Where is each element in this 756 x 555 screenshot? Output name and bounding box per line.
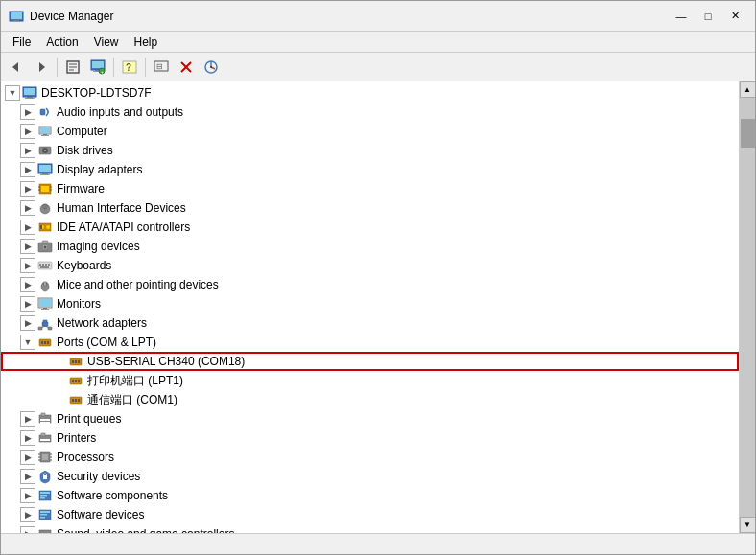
- tree-item-lpt1[interactable]: 打印机端口 (LPT1): [1, 371, 739, 390]
- svg-rect-58: [39, 264, 41, 266]
- menu-action[interactable]: Action: [38, 34, 85, 51]
- softwaredevices-label: Software devices: [57, 508, 144, 521]
- tree-item-firmware[interactable]: ▶ Firmware: [1, 179, 739, 198]
- scroll-up-button[interactable]: ▲: [740, 81, 756, 98]
- svg-rect-39: [40, 174, 50, 175]
- tree-view[interactable]: ▼ DESKTOP-LDTSD7F ▶: [1, 81, 739, 533]
- ide-expand[interactable]: ▶: [20, 220, 35, 235]
- tree-item-audio[interactable]: ▶ Audio inputs and outputs: [1, 103, 739, 122]
- tree-item-usb-serial[interactable]: USB-SERIAL CH340 (COM18): [1, 352, 739, 371]
- svg-rect-79: [47, 341, 49, 344]
- com1-placeholder: [51, 392, 66, 407]
- tree-item-processors[interactable]: ▶ Processors: [1, 448, 739, 467]
- svg-rect-52: [40, 225, 42, 229]
- security-expand[interactable]: ▶: [20, 469, 35, 484]
- network-expand[interactable]: ▶: [20, 315, 35, 331]
- firmware-expand[interactable]: ▶: [20, 181, 35, 197]
- tree-item-security[interactable]: ▶ Security devices: [1, 467, 739, 486]
- hid-expand[interactable]: ▶: [20, 200, 35, 216]
- tree-item-sound[interactable]: ▶ Sound, video and game controllers: [1, 524, 739, 533]
- tree-item-printers[interactable]: ▶ Printers: [1, 428, 739, 448]
- tree-item-com1[interactable]: 通信端口 (COM1): [1, 390, 739, 409]
- toolbar-separator-3: [145, 58, 146, 77]
- tree-item-computer[interactable]: ▶ Computer: [1, 122, 739, 141]
- svg-point-55: [44, 246, 47, 249]
- monitors-expand[interactable]: ▶: [20, 296, 35, 312]
- svg-rect-25: [24, 88, 35, 95]
- toolbar-scan-button[interactable]: +: [86, 56, 109, 79]
- scroll-thumb[interactable]: [741, 119, 755, 148]
- window-title: Device Manager: [30, 10, 113, 23]
- toolbar-back-button[interactable]: [5, 56, 28, 79]
- toolbar-forward-button[interactable]: [30, 56, 53, 79]
- softwaredevices-expand[interactable]: ▶: [20, 507, 35, 522]
- menu-view[interactable]: View: [86, 34, 127, 51]
- svg-text:+: +: [101, 69, 105, 75]
- tree-item-softwaredevices[interactable]: ▶ Software devices: [1, 505, 739, 524]
- svg-rect-2: [13, 20, 19, 21]
- firmware-icon: [37, 181, 53, 197]
- scroll-down-button[interactable]: ▼: [740, 517, 756, 533]
- monitors-icon: [37, 296, 53, 312]
- printqueues-expand[interactable]: ▶: [20, 411, 35, 427]
- menu-file[interactable]: File: [5, 34, 38, 51]
- printers-expand[interactable]: ▶: [20, 430, 35, 446]
- disk-icon: [37, 143, 53, 158]
- svg-rect-83: [78, 360, 80, 363]
- svg-rect-28: [40, 109, 45, 115]
- tree-item-keyboards[interactable]: ▶ Keyboards: [1, 256, 739, 275]
- close-button[interactable]: ✕: [722, 7, 747, 26]
- tree-root[interactable]: ▼ DESKTOP-LDTSD7F: [1, 83, 739, 103]
- tree-item-network[interactable]: ▶ Network adapters: [1, 313, 739, 333]
- svg-rect-32: [41, 135, 49, 136]
- maximize-button[interactable]: □: [696, 7, 721, 26]
- tree-item-disk[interactable]: ▶ Disk drives: [1, 141, 739, 160]
- svg-rect-90: [75, 399, 77, 402]
- tree-item-hid[interactable]: ▶ Human Interface Devices: [1, 198, 739, 218]
- tree-item-ports[interactable]: ▼ Ports (COM & LPT): [1, 333, 739, 352]
- tree-item-display[interactable]: ▶ Display adapters: [1, 160, 739, 179]
- imaging-expand[interactable]: ▶: [20, 239, 35, 254]
- svg-point-23: [210, 66, 212, 68]
- toolbar-properties-button[interactable]: [61, 56, 84, 79]
- scroll-track[interactable]: [740, 98, 755, 517]
- root-expand[interactable]: ▼: [5, 85, 20, 101]
- keyboards-expand[interactable]: ▶: [20, 258, 35, 273]
- toolbar-uninstall-button[interactable]: [175, 56, 198, 79]
- svg-rect-94: [40, 419, 50, 421]
- toolbar-help-button[interactable]: ?: [118, 56, 141, 79]
- security-label: Security devices: [57, 470, 140, 483]
- ports-expand[interactable]: ▼: [20, 335, 35, 350]
- scrollbar[interactable]: ▲ ▼: [739, 81, 755, 533]
- tree-item-mice[interactable]: ▶ Mice and other pointing devices: [1, 275, 739, 294]
- svg-rect-100: [42, 454, 48, 460]
- softwarecomponents-expand[interactable]: ▶: [20, 488, 35, 503]
- audio-expand[interactable]: ▶: [20, 104, 35, 120]
- svg-rect-95: [40, 422, 50, 424]
- processors-expand[interactable]: ▶: [20, 450, 35, 465]
- mice-expand[interactable]: ▶: [20, 277, 35, 292]
- tree-item-softwarecomponents[interactable]: ▶ Software components: [1, 486, 739, 505]
- printqueues-label: Print queues: [57, 412, 121, 426]
- disk-expand[interactable]: ▶: [20, 143, 35, 158]
- menu-help[interactable]: Help: [127, 34, 166, 51]
- svg-rect-59: [42, 264, 44, 266]
- minimize-button[interactable]: —: [669, 7, 694, 26]
- svg-text:⊟: ⊟: [156, 62, 163, 71]
- computer-expand[interactable]: ▶: [20, 124, 35, 139]
- tree-item-imaging[interactable]: ▶ Imaging devices: [1, 237, 739, 256]
- tree-item-ide[interactable]: ▶ IDE ATA/ATAPI controllers: [1, 218, 739, 237]
- svg-rect-77: [41, 341, 43, 344]
- toolbar-scan-hardware-button[interactable]: [200, 56, 223, 79]
- sound-expand[interactable]: ▶: [20, 526, 35, 533]
- toolbar: + ? ⊟: [1, 53, 755, 81]
- menu-bar: File Action View Help: [1, 32, 755, 53]
- audio-label: Audio inputs and outputs: [57, 105, 183, 119]
- tree-item-monitors[interactable]: ▶ Monitors: [1, 294, 739, 313]
- display-expand[interactable]: ▶: [20, 162, 35, 177]
- imaging-label: Imaging devices: [57, 240, 140, 253]
- svg-rect-82: [75, 360, 77, 363]
- usb-serial-placeholder: [51, 354, 66, 369]
- toolbar-update-button[interactable]: ⊟: [150, 56, 173, 79]
- tree-item-printqueues[interactable]: ▶ Print queues: [1, 409, 739, 428]
